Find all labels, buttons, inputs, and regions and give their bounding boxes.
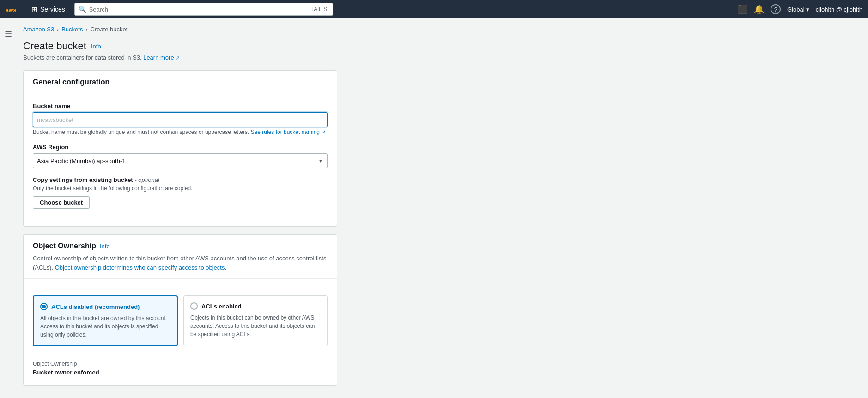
acls-enabled-title: ACLs enabled	[201, 303, 242, 310]
hamburger-icon: ☰	[5, 29, 12, 39]
search-shortcut: [Alt+S]	[312, 6, 329, 12]
object-ownership-header: Object Ownership Info Control ownership …	[24, 235, 337, 279]
breadcrumb-s3[interactable]: Amazon S3	[23, 26, 54, 33]
object-ownership-section: Object Ownership Info Control ownership …	[23, 234, 337, 386]
radio-cards: ACLs disabled (recommended) All objects …	[33, 295, 328, 346]
page-title: Create bucket	[23, 40, 86, 52]
services-label: Services	[40, 6, 65, 13]
terminal-icon[interactable]: ⬛	[737, 4, 747, 14]
object-ownership-title: Object Ownership	[33, 242, 96, 250]
grid-icon: ⊞	[31, 5, 37, 14]
acls-disabled-title: ACLs disabled (recommended)	[51, 303, 140, 310]
breadcrumb-buckets[interactable]: Buckets	[61, 26, 83, 33]
ownership-result-value: Bucket owner enforced	[33, 369, 328, 376]
copy-settings-field-group: Copy settings from existing bucket - opt…	[33, 176, 328, 209]
bell-icon[interactable]: 🔔	[754, 4, 764, 14]
nav-right: ⬛ 🔔 ? Global ▾ cjlohith @ cjlohith	[737, 4, 862, 14]
search-bar[interactable]: 🔍 [Alt+S]	[74, 3, 333, 16]
ownership-link[interactable]: Object ownership determines who can spec…	[55, 264, 226, 271]
bucket-name-input[interactable]	[33, 112, 328, 127]
sidebar-toggle[interactable]: ☰	[0, 26, 17, 42]
region-label: AWS Region	[33, 144, 328, 151]
copy-settings-optional: - optional	[134, 176, 159, 183]
choose-bucket-button[interactable]: Choose bucket	[33, 196, 90, 209]
acls-enabled-radio[interactable]	[190, 302, 198, 310]
acls-enabled-desc: Objects in this bucket can be owned by o…	[190, 314, 321, 338]
breadcrumb-sep-1: ›	[57, 26, 59, 33]
acls-disabled-radio[interactable]	[40, 303, 48, 310]
search-icon: 🔍	[79, 6, 86, 13]
external-link-icon: ↗	[176, 55, 180, 60]
acls-enabled-header: ACLs enabled	[190, 302, 321, 310]
services-button[interactable]: ⊞ Services	[28, 0, 69, 18]
bucket-name-field-group: Bucket name Bucket name must be globally…	[33, 103, 328, 135]
acls-disabled-card[interactable]: ACLs disabled (recommended) All objects …	[33, 295, 178, 346]
acls-enabled-card[interactable]: ACLs enabled Objects in this bucket can …	[183, 295, 328, 346]
region-selector[interactable]: Global ▾	[787, 6, 809, 13]
copy-settings-label: Copy settings from existing bucket - opt…	[33, 176, 328, 183]
region-field-group: AWS Region Asia Pacific (Mumbai) ap-sout…	[33, 144, 328, 168]
svg-text:aws: aws	[6, 7, 16, 13]
ownership-info-link[interactable]: Info	[100, 243, 110, 250]
aws-logo[interactable]: aws	[6, 4, 23, 15]
page-subtitle: Buckets are containers for data stored i…	[23, 54, 857, 61]
search-input[interactable]	[89, 6, 310, 13]
region-select-wrapper: Asia Pacific (Mumbai) ap-south-1US East …	[33, 153, 328, 168]
external-link-icon-2: ↗	[321, 129, 326, 135]
copy-settings-desc: Only the bucket settings in the followin…	[33, 185, 328, 192]
top-navigation: aws ⊞ Services 🔍 [Alt+S] ⬛ 🔔 ? Global ▾ …	[0, 0, 868, 18]
region-select[interactable]: Asia Pacific (Mumbai) ap-south-1US East …	[33, 153, 328, 168]
general-config-title: General configuration	[33, 78, 328, 86]
region-label: Global	[787, 6, 805, 13]
main-content: Amazon S3 › Buckets › Create bucket Crea…	[0, 18, 868, 398]
acls-disabled-header: ACLs disabled (recommended)	[40, 303, 170, 310]
acls-disabled-desc: All objects in this bucket are owned by …	[40, 314, 170, 339]
help-icon[interactable]: ?	[771, 4, 781, 14]
breadcrumb-sep-2: ›	[85, 26, 87, 33]
bucket-name-hint: Bucket name must be globally unique and …	[33, 129, 328, 135]
object-ownership-body: ACLs disabled (recommended) All objects …	[24, 279, 337, 385]
bucket-name-label: Bucket name	[33, 103, 328, 109]
bucket-naming-link[interactable]: See rules for bucket naming ↗	[251, 129, 326, 135]
general-config-header: General configuration	[24, 71, 337, 93]
ownership-description: Control ownership of objects written to …	[33, 254, 328, 272]
ownership-result-label: Object Ownership	[33, 361, 328, 367]
breadcrumb-current: Create bucket	[90, 26, 127, 33]
ownership-result: Object Ownership Bucket owner enforced	[33, 354, 328, 376]
user-label: cjlohith @ cjlohith	[816, 6, 862, 13]
general-config-section: General configuration Bucket name Bucket…	[23, 70, 337, 227]
page-header: Create bucket Info Buckets are container…	[23, 40, 857, 61]
user-menu[interactable]: cjlohith @ cjlohith	[816, 6, 862, 13]
general-config-body: Bucket name Bucket name must be globally…	[24, 93, 337, 226]
chevron-down-icon: ▾	[806, 6, 809, 13]
learn-more-link[interactable]: Learn more ↗	[143, 54, 180, 61]
breadcrumb: Amazon S3 › Buckets › Create bucket	[23, 26, 857, 33]
page-info-link[interactable]: Info	[91, 43, 101, 50]
